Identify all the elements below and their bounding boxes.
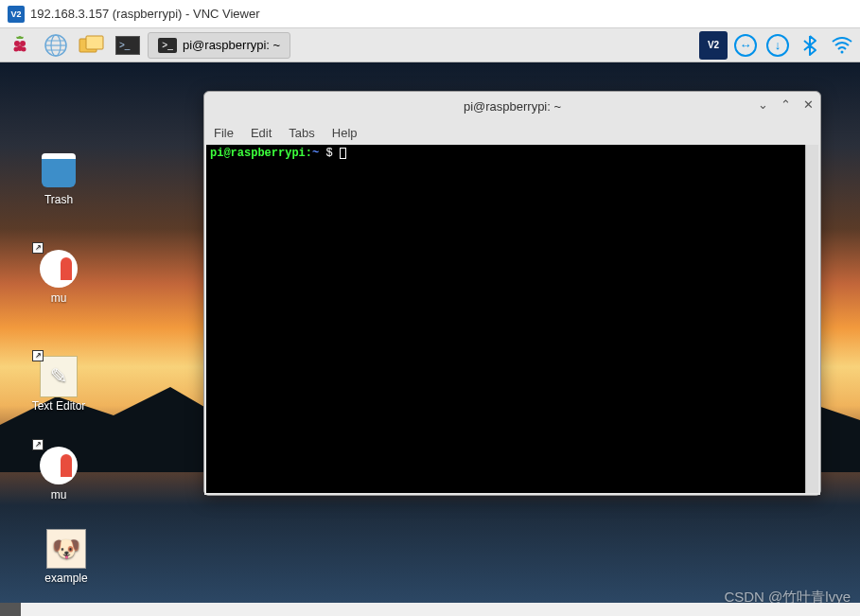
mu-icon (40, 250, 78, 288)
remote-arrows-icon: ↔ (734, 34, 757, 57)
terminal-icon: >_ (115, 36, 140, 55)
desktop-icon-example[interactable]: 🐶 example (28, 528, 104, 585)
terminal-cursor (340, 148, 346, 159)
desktop[interactable]: Trash ↗ mu ↗✎ Text Editor ↗ mu 🐶 example… (0, 62, 860, 616)
text-editor-icon: ✎ (40, 356, 78, 397)
prompt-symbol: $ (325, 147, 332, 160)
start-menu-button[interactable] (4, 31, 36, 60)
globe-icon (44, 33, 68, 58)
terminal-icon: >_ (158, 38, 177, 53)
bluetooth-icon (801, 34, 818, 57)
desktop-icon-mu-2[interactable]: ↗ mu (21, 445, 97, 502)
tray-vnc-server[interactable]: V2 (699, 31, 728, 60)
terminal-menubar: File Edit Tabs Help (204, 120, 820, 145)
icon-label: mu (21, 291, 97, 305)
download-icon: ↓ (766, 34, 789, 57)
menu-help[interactable]: Help (332, 126, 358, 140)
menu-tabs[interactable]: Tabs (289, 126, 314, 140)
trash-icon (42, 153, 76, 187)
system-tray: V2 ↔ ↓ (699, 31, 856, 60)
raspberry-icon (9, 34, 31, 57)
image-file-icon: 🐶 (46, 529, 86, 569)
terminal-window[interactable]: pi@raspberrypi: ~ ⌄ ⌃ ✕ File Edit Tabs H… (203, 91, 821, 496)
wifi-icon (831, 36, 853, 55)
mu-icon (40, 447, 78, 484)
host-window-title: 192.168.3.157 (raspberrypi) - VNC Viewer (30, 7, 260, 21)
icon-label: example (28, 572, 104, 585)
svg-point-3 (14, 46, 19, 51)
window-close-button[interactable]: ✕ (801, 97, 815, 112)
prompt-path: ~ (312, 147, 319, 160)
tray-remote-desktop[interactable]: ↔ (731, 31, 760, 60)
terminal-scrollbar[interactable] (805, 145, 818, 493)
tray-download[interactable]: ↓ (763, 31, 792, 60)
taskbar: >_ >_ pi@raspberrypi: ~ V2 ↔ ↓ (0, 28, 860, 62)
vnc-viewer-icon: V2 (8, 6, 25, 23)
task-label: pi@raspberrypi: ~ (183, 38, 280, 52)
menu-file[interactable]: File (214, 126, 234, 140)
icon-label: mu (21, 488, 97, 502)
shortcut-arrow-icon: ↗ (32, 439, 44, 450)
tray-wifi[interactable] (828, 31, 856, 60)
desktop-icon-mu[interactable]: ↗ mu (21, 248, 97, 305)
window-minimize-button[interactable]: ⌄ (756, 97, 769, 112)
shortcut-arrow-icon: ↗ (32, 242, 44, 254)
svg-point-12 (841, 50, 844, 53)
web-browser-button[interactable] (40, 31, 72, 60)
terminal-titlebar[interactable]: pi@raspberrypi: ~ ⌄ ⌃ ✕ (204, 92, 820, 120)
tray-bluetooth[interactable] (796, 31, 824, 60)
svg-point-4 (22, 46, 26, 51)
menu-edit[interactable]: Edit (251, 126, 272, 140)
svg-rect-11 (86, 36, 103, 49)
icon-label: Text Editor (21, 399, 97, 413)
file-manager-button[interactable] (76, 31, 108, 60)
prompt-userhost: pi@raspberrypi: (210, 147, 312, 160)
terminal-title: pi@raspberrypi: ~ (464, 99, 561, 114)
shortcut-arrow-icon: ↗ (32, 350, 44, 361)
desktop-icon-trash[interactable]: Trash (21, 150, 97, 206)
desktop-icon-text-editor[interactable]: ↗✎ Text Editor (21, 356, 97, 413)
svg-point-1 (20, 41, 26, 46)
host-titlebar: V2 192.168.3.157 (raspberrypi) - VNC Vie… (0, 0, 860, 28)
terminal-launcher-button[interactable]: >_ (112, 31, 144, 60)
terminal-body[interactable]: pi@raspberrypi:~ $ (206, 145, 805, 493)
window-maximize-button[interactable]: ⌃ (779, 97, 792, 112)
svg-point-0 (14, 41, 20, 46)
files-icon (79, 35, 105, 56)
taskbar-terminal-task[interactable]: >_ pi@raspberrypi: ~ (148, 32, 290, 59)
host-status-bar (0, 603, 860, 616)
icon-label: Trash (21, 193, 97, 206)
